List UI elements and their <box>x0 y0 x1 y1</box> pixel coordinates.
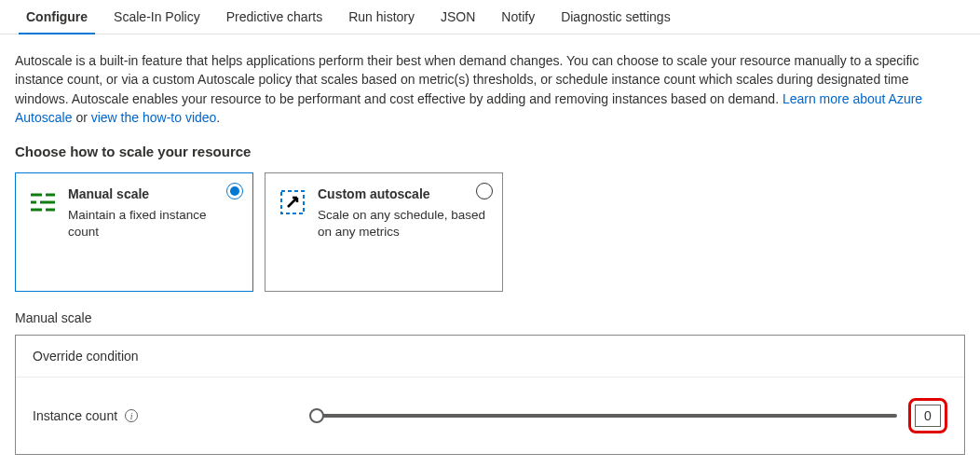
instance-count-slider-wrap: 0 <box>317 398 947 433</box>
card-custom-title: Custom autoscale <box>318 186 489 201</box>
tab-predictive-charts[interactable]: Predictive charts <box>213 0 335 34</box>
card-manual-desc: Maintain a fixed instance count <box>68 207 239 240</box>
instance-count-row: Instance count i 0 <box>16 378 964 454</box>
description-end: . <box>216 110 220 125</box>
instance-count-label: Instance count <box>33 408 117 423</box>
tabs-bar: Configure Scale-In Policy Predictive cha… <box>0 0 980 34</box>
tab-json[interactable]: JSON <box>428 0 488 34</box>
manual-scale-panel: Override condition Instance count i 0 <box>15 335 965 455</box>
autoscale-description: Autoscale is a built-in feature that hel… <box>15 51 956 127</box>
card-manual-scale[interactable]: Manual scale Maintain a fixed instance c… <box>15 172 253 292</box>
card-custom-desc: Scale on any schedule, based on any metr… <box>318 207 489 240</box>
card-custom-autoscale[interactable]: Custom autoscale Scale on any schedule, … <box>265 172 503 292</box>
tab-scale-in-policy[interactable]: Scale-In Policy <box>101 0 213 34</box>
card-manual-title: Manual scale <box>68 186 239 201</box>
tab-notify[interactable]: Notify <box>488 0 548 34</box>
manual-scale-section-title: Manual scale <box>15 310 965 325</box>
instance-count-label-wrap: Instance count i <box>33 408 307 423</box>
manual-scale-icon <box>29 188 57 216</box>
tab-run-history[interactable]: Run history <box>335 0 428 34</box>
instance-count-slider[interactable] <box>317 408 897 423</box>
tab-diagnostic-settings[interactable]: Diagnostic settings <box>548 0 684 34</box>
instance-count-highlight: 0 <box>908 398 947 433</box>
radio-manual-scale[interactable] <box>226 183 243 199</box>
panel-header-override: Override condition <box>16 336 964 378</box>
radio-custom-autoscale[interactable] <box>476 183 493 199</box>
link-howto-video[interactable]: view the how-to video <box>91 110 217 125</box>
main-content: Autoscale is a built-in feature that hel… <box>0 34 980 467</box>
info-icon[interactable]: i <box>125 409 138 422</box>
slider-track <box>317 414 897 418</box>
tab-configure[interactable]: Configure <box>13 0 101 34</box>
section-title: Choose how to scale your resource <box>15 144 965 159</box>
instance-count-value[interactable]: 0 <box>915 405 941 427</box>
scale-option-cards: Manual scale Maintain a fixed instance c… <box>15 172 965 292</box>
slider-thumb[interactable] <box>309 408 324 423</box>
description-mid: or <box>75 110 90 125</box>
custom-autoscale-icon <box>279 188 306 216</box>
